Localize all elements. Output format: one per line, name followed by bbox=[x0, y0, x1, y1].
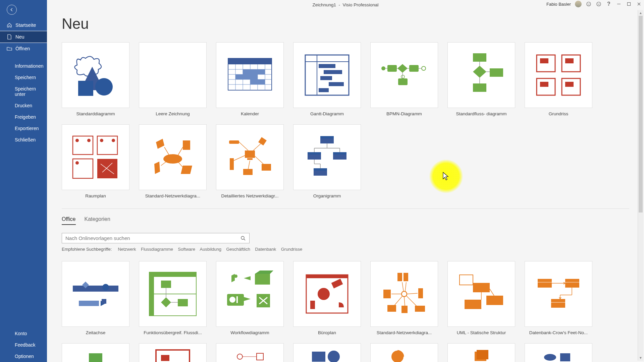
svg-rect-56 bbox=[540, 58, 548, 63]
sad-face-icon[interactable] bbox=[596, 1, 602, 7]
suggest-term[interactable]: Flussdiagramme bbox=[141, 247, 173, 252]
template-tile[interactable] bbox=[370, 343, 438, 362]
template-tile[interactable]: Zeitachse bbox=[62, 261, 129, 335]
sidebar-item-account[interactable]: Konto bbox=[0, 328, 47, 339]
help-icon[interactable]: ? bbox=[606, 1, 612, 7]
template-tile[interactable]: Detailliertes Netzwerkdiagr... bbox=[216, 124, 284, 198]
template-tile[interactable]: Gantt-Diagramm bbox=[293, 42, 361, 116]
template-tile[interactable]: Leere Zeichnung bbox=[139, 42, 207, 116]
template-tile[interactable]: Grundriss bbox=[525, 42, 592, 116]
sidebar-item-close[interactable]: Schließen bbox=[0, 134, 47, 145]
template-thumbnail bbox=[293, 261, 361, 327]
home-icon bbox=[7, 22, 12, 28]
maximize-icon[interactable] bbox=[626, 1, 632, 7]
sidebar-item-feedback[interactable]: Feedback bbox=[0, 339, 47, 351]
tab-categories[interactable]: Kategorien bbox=[85, 216, 110, 225]
search-icon[interactable] bbox=[240, 236, 246, 241]
main-area: Zeichnung1 - Visio Professional Fabio Ba… bbox=[47, 0, 644, 362]
svg-rect-45 bbox=[473, 53, 486, 62]
folder-open-icon bbox=[7, 46, 12, 51]
sidebar-item-open[interactable]: Öffnen bbox=[0, 43, 47, 54]
scroll-down-icon[interactable]: ▼ bbox=[638, 355, 643, 361]
sidebar-item-export[interactable]: Exportieren bbox=[0, 123, 47, 134]
sidebar-item-label: Speichern bbox=[15, 75, 36, 80]
sidebar-item-label: Freigeben bbox=[15, 114, 36, 120]
search-input[interactable] bbox=[65, 235, 240, 241]
template-tile[interactable]: Standardfluss- diagramm bbox=[447, 42, 515, 116]
template-tile[interactable]: Funktionsübergreif. Flussdi... bbox=[139, 261, 207, 335]
sidebar-item-new[interactable]: Neu bbox=[0, 31, 47, 43]
template-tile[interactable]: Büroplan bbox=[293, 261, 361, 335]
template-label: Standard-Netzwerkdiagra... bbox=[377, 330, 432, 335]
svg-point-68 bbox=[75, 161, 79, 165]
sidebar-item-print[interactable]: Drucken bbox=[0, 100, 47, 111]
suggest-term[interactable]: Netzwerk bbox=[118, 247, 136, 252]
svg-rect-150 bbox=[486, 296, 503, 305]
scroll-thumb[interactable] bbox=[639, 16, 643, 213]
sidebar-item-info[interactable]: Informationen bbox=[0, 60, 47, 72]
svg-point-125 bbox=[229, 297, 235, 303]
sidebar-item-label: Öffnen bbox=[15, 46, 30, 51]
sidebar-item-home[interactable]: Startseite bbox=[0, 19, 47, 31]
svg-point-120 bbox=[234, 275, 237, 278]
template-tile[interactable]: Standarddiagramm bbox=[62, 42, 129, 116]
svg-line-83 bbox=[239, 142, 248, 150]
sidebar-item-share[interactable]: Freigeben bbox=[0, 111, 47, 123]
minimize-icon[interactable] bbox=[616, 1, 622, 7]
suggest-term[interactable]: Grundrisse bbox=[281, 247, 303, 252]
user-name[interactable]: Fabio Basler bbox=[546, 2, 571, 7]
svg-rect-105 bbox=[73, 286, 118, 292]
template-tile[interactable]: Standard-Netzwerkdiagra... bbox=[139, 124, 207, 198]
smiley-icon[interactable] bbox=[586, 1, 592, 7]
template-tile[interactable] bbox=[62, 343, 129, 362]
doc-title: Zeichnung1 bbox=[312, 2, 336, 7]
user-avatar-icon[interactable] bbox=[575, 1, 582, 7]
template-tile[interactable]: Kalender bbox=[216, 42, 284, 116]
sidebar-item-save[interactable]: Speichern bbox=[0, 72, 47, 83]
svg-rect-81 bbox=[262, 164, 271, 171]
template-tile[interactable]: Standard-Netzwerkdiagra... bbox=[370, 261, 438, 335]
svg-rect-23 bbox=[235, 74, 258, 79]
svg-point-168 bbox=[237, 354, 243, 359]
suggest-term[interactable]: Datenbank bbox=[255, 247, 276, 252]
template-label: Büroplan bbox=[318, 330, 336, 335]
template-tile[interactable]: Organigramm bbox=[293, 124, 361, 198]
window-title: Zeichnung1 - Visio Professional bbox=[312, 2, 378, 7]
template-tile[interactable]: UML - Statische Struktur bbox=[447, 261, 515, 335]
svg-rect-175 bbox=[477, 350, 488, 359]
svg-rect-129 bbox=[306, 275, 348, 278]
template-tile[interactable] bbox=[447, 343, 515, 362]
scroll-up-icon[interactable]: ▲ bbox=[638, 10, 643, 16]
svg-point-5 bbox=[599, 3, 600, 4]
svg-rect-61 bbox=[97, 136, 117, 155]
template-tile[interactable] bbox=[216, 343, 284, 362]
sidebar-item-save-as[interactable]: Speichern unter bbox=[0, 83, 47, 100]
search-box[interactable] bbox=[62, 233, 250, 243]
suggest-term[interactable]: Geschäftlich bbox=[226, 247, 250, 252]
svg-rect-63 bbox=[97, 159, 117, 178]
suggest-term[interactable]: Software bbox=[178, 247, 195, 252]
svg-rect-31 bbox=[329, 82, 344, 86]
tab-office[interactable]: Office bbox=[62, 216, 76, 225]
sidebar-item-options[interactable]: Optionen bbox=[0, 351, 47, 362]
template-tile[interactable]: Datenbank-Crow's Feet-No... bbox=[525, 261, 592, 335]
suggest-term[interactable]: Ausbildung bbox=[200, 247, 221, 252]
svg-marker-122 bbox=[255, 270, 273, 274]
template-tile[interactable] bbox=[139, 343, 207, 362]
vertical-scrollbar[interactable]: ▲ ▼ bbox=[638, 10, 643, 361]
template-tile[interactable] bbox=[293, 343, 361, 362]
template-tile[interactable] bbox=[525, 343, 592, 362]
svg-rect-57 bbox=[565, 58, 574, 63]
template-label: Leere Zeichnung bbox=[156, 111, 190, 116]
template-label: Workflowdiagramm bbox=[230, 330, 269, 335]
template-tile[interactable]: Workflowdiagramm bbox=[216, 261, 284, 335]
template-tile[interactable]: BPMN-Diagramm bbox=[370, 42, 438, 116]
svg-rect-36 bbox=[409, 65, 419, 72]
svg-point-64 bbox=[75, 139, 79, 142]
sidebar-item-label: Schließen bbox=[15, 137, 36, 142]
svg-line-73 bbox=[164, 147, 169, 156]
template-tile[interactable]: Raumplan bbox=[62, 124, 129, 198]
close-icon[interactable] bbox=[636, 1, 642, 7]
svg-rect-138 bbox=[387, 305, 396, 312]
back-button[interactable] bbox=[0, 0, 47, 19]
